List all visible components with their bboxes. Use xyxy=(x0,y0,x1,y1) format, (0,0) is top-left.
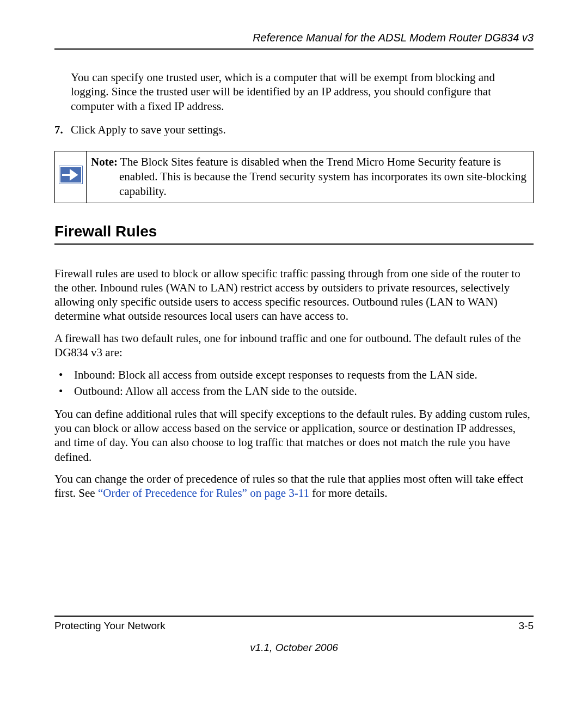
footer-rule xyxy=(54,616,534,617)
section-rule xyxy=(54,244,534,245)
header-rule xyxy=(54,48,534,50)
note-box: Note: The Block Sites feature is disable… xyxy=(54,151,534,203)
header-title: Reference Manual for the ADSL Modem Rout… xyxy=(54,32,534,44)
firewall-para-1: Firewall rules are used to block or allo… xyxy=(54,266,534,324)
para4-tail: for more details. xyxy=(309,486,387,500)
step-7: 7. Click Apply to save your settings. xyxy=(54,123,534,137)
list-item: Inbound: Block all access from outside e… xyxy=(54,367,534,383)
footer-chapter-title: Protecting Your Network xyxy=(54,620,166,632)
note-label: Note: xyxy=(91,155,118,168)
step-number: 7. xyxy=(54,123,71,137)
section-heading-firewall-rules: Firewall Rules xyxy=(54,223,534,240)
step-text: Click Apply to save your settings. xyxy=(71,123,534,137)
page-footer: Protecting Your Network 3-5 v1.1, Octobe… xyxy=(54,616,534,654)
list-item: Outbound: Allow all access from the LAN … xyxy=(54,384,534,399)
arrow-right-icon xyxy=(59,166,83,184)
note-line1: The Block Sites feature is disabled when… xyxy=(118,155,501,168)
intro-paragraph: You can specify one trusted user, which … xyxy=(71,70,534,113)
cross-reference-link[interactable]: “Order of Precedence for Rules” on page … xyxy=(98,486,309,500)
note-rest: enabled. This is because the Trend secur… xyxy=(91,169,529,199)
footer-version: v1.1, October 2006 xyxy=(54,642,534,654)
note-icon-cell xyxy=(55,151,87,203)
firewall-para-3: You can define additional rules that wil… xyxy=(54,407,534,464)
firewall-para-2: A firewall has two default rules, one fo… xyxy=(54,331,534,360)
note-text: Note: The Block Sites feature is disable… xyxy=(87,151,534,203)
firewall-para-4: You can change the order of precedence o… xyxy=(54,472,534,501)
footer-page-number: 3-5 xyxy=(519,620,534,632)
default-rules-list: Inbound: Block all access from outside e… xyxy=(54,367,534,399)
